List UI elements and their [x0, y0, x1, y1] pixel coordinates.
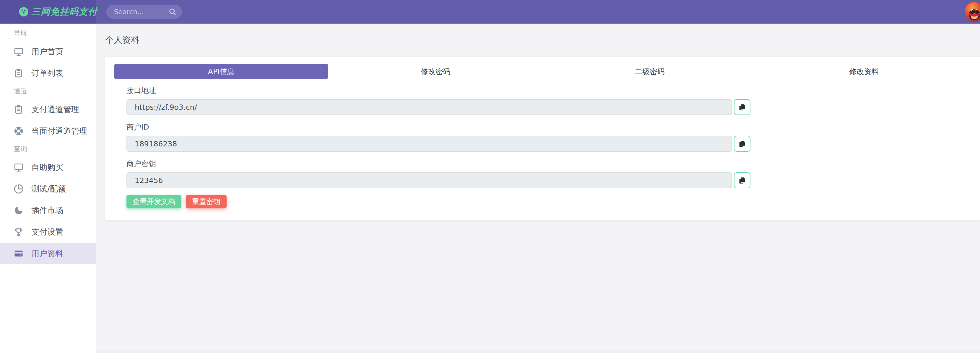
page-title: 个人资料	[105, 34, 980, 46]
view-docs-button[interactable]: 查看开发文档	[126, 195, 181, 208]
tab-bar: API信息修改密码二级密码修改资料	[114, 64, 971, 79]
sidebar-item-self-purchase[interactable]: 自助购买	[0, 157, 96, 178]
copy-icon	[738, 139, 746, 148]
field-label-merchant-key: 商户密钥	[126, 159, 971, 169]
main-content: 个人资料 API信息修改密码二级密码修改资料 接口地址商户ID商户密钥查看开发文…	[96, 24, 980, 350]
field-merchant-key[interactable]	[126, 173, 732, 188]
sidebar-item-label: 支付通道管理	[31, 104, 79, 115]
sidebar-item-test-quota[interactable]: 测试/配额	[0, 178, 96, 199]
sidebar-item-payment-settings[interactable]: 支付设置	[0, 221, 96, 242]
pie-chart-icon	[14, 184, 24, 194]
sidebar-item-plugin-market[interactable]: 插件市场	[0, 199, 96, 221]
sidebar-item-label: 用户资料	[31, 248, 63, 259]
input-row-merchant-key	[126, 173, 751, 188]
sidebar-item-label: 用户首页	[31, 46, 63, 57]
copy-icon	[738, 176, 746, 185]
sidebar-item-label: 自助购买	[31, 162, 63, 173]
copy-button-merchant-key[interactable]	[734, 173, 751, 188]
sidebar-item-payment-channels[interactable]: 支付通道管理	[0, 98, 96, 120]
copy-icon	[738, 103, 746, 112]
copy-button-api-url[interactable]	[734, 99, 751, 115]
credit-card-icon	[14, 249, 24, 258]
sidebar-item-label: 测试/配额	[31, 184, 66, 194]
clipboard-icon	[14, 104, 24, 114]
field-label-api-url: 接口地址	[126, 85, 971, 95]
moon-icon	[14, 206, 24, 215]
field-label-merchant-id: 商户ID	[126, 122, 971, 132]
main-area: 个人资料 API信息修改密码二级密码修改资料 接口地址商户ID商户密钥查看开发文…	[96, 24, 980, 353]
header-bar: 三网免挂码支付	[0, 0, 980, 24]
brand-logo-icon	[18, 6, 29, 17]
input-row-api-url	[126, 99, 751, 115]
tab-change-password[interactable]: 修改密码	[328, 64, 542, 79]
sidebar-item-label: 当面付通道管理	[31, 126, 87, 136]
action-buttons: 查看开发文档重置密钥	[126, 195, 971, 208]
sidebar-item-user-profile[interactable]: 用户资料	[0, 242, 96, 264]
penguin-avatar-icon	[965, 2, 980, 22]
reset-key-button[interactable]: 重置密钥	[186, 195, 227, 208]
sidebar-item-label: 支付设置	[31, 227, 63, 237]
copy-button-merchant-id[interactable]	[734, 136, 751, 152]
monitor-icon	[14, 47, 24, 57]
sidebar-section-label: 通道	[14, 87, 96, 95]
tab-secondary-password[interactable]: 二级密码	[543, 64, 757, 79]
input-row-merchant-id	[126, 136, 751, 152]
sidebar-item-label: 插件市场	[31, 205, 63, 216]
sidebar-section-label: 查询	[14, 145, 96, 152]
clipboard-icon	[14, 68, 24, 78]
tab-change-profile[interactable]: 修改资料	[757, 64, 971, 79]
monitor-icon	[14, 162, 24, 173]
search-icon[interactable]	[169, 8, 177, 16]
sidebar-item-label: 订单列表	[31, 68, 63, 79]
sidebar: 导航用户首页订单列表通道支付通道管理当面付通道管理查询自助购买测试/配额插件市场…	[0, 24, 96, 353]
field-merchant-id[interactable]	[126, 136, 732, 152]
sidebar-item-order-list[interactable]: 订单列表	[0, 62, 96, 84]
tab-content: 接口地址商户ID商户密钥查看开发文档重置密钥	[114, 85, 971, 208]
sidebar-item-user-home[interactable]: 用户首页	[0, 41, 96, 62]
tab-api-info[interactable]: API信息	[114, 64, 328, 79]
trophy-icon	[14, 227, 24, 237]
brand-title: 三网免挂码支付	[31, 6, 97, 18]
life-ring-icon	[14, 126, 24, 136]
search-box[interactable]	[107, 5, 182, 19]
sidebar-section-label: 导航	[14, 30, 96, 36]
sidebar-item-f2f-payment-channels[interactable]: 当面付通道管理	[0, 120, 96, 142]
profile-card: API信息修改密码二级密码修改资料 接口地址商户ID商户密钥查看开发文档重置密钥	[105, 57, 980, 220]
footer-bar	[96, 350, 980, 353]
search-input[interactable]	[114, 8, 169, 16]
field-api-url[interactable]	[126, 99, 732, 115]
user-avatar[interactable]	[965, 2, 980, 22]
brand-area[interactable]: 三网免挂码支付	[0, 0, 96, 24]
